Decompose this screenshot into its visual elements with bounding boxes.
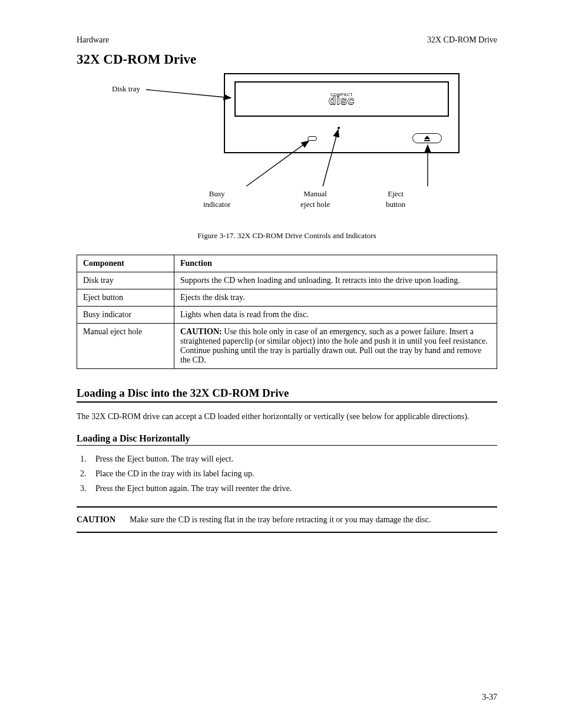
caution-prefix: CAUTION: (180, 327, 222, 336)
table-row: Disk tray Supports the CD when loading a… (77, 272, 497, 289)
components-table: Component Function Disk tray Supports th… (77, 255, 497, 369)
eject-icon (424, 136, 431, 141)
manual-eject-hole (338, 127, 340, 129)
disk-tray: COMPACT disc (234, 81, 449, 117)
caution-block: CAUTION Make sure the CD is resting flat… (77, 506, 497, 533)
cell-component: Manual eject hole (77, 324, 174, 369)
table-row: Busy indicator Lights when data is read … (77, 307, 497, 324)
col-component: Component (77, 255, 174, 272)
page-number: 3-37 (482, 693, 497, 702)
caution-label: CAUTION (77, 513, 130, 526)
loading-intro: The 32X CD-ROM drive can accept a CD loa… (77, 411, 497, 423)
loading-steps: 1.Press the Eject button. The tray will … (80, 453, 497, 495)
cell-function: Lights when data is read from the disc. (174, 307, 497, 324)
section-title: 32X CD-ROM Drive (77, 52, 497, 67)
list-item: 1.Press the Eject button. The tray will … (80, 453, 497, 466)
table-row: Manual eject hole CAUTION: Use this hole… (77, 324, 497, 369)
svg-rect-1 (424, 140, 430, 141)
callout-eject-button: Ejectbutton (386, 189, 405, 209)
cell-component: Busy indicator (77, 307, 174, 324)
cell-function: Ejects the disk tray. (174, 289, 497, 307)
drive-bezel: COMPACT disc (224, 73, 459, 153)
caution-text: Use this hole only in case of an emergen… (180, 327, 488, 364)
figure-caption: Figure 3-17. 32X CD-ROM Drive Controls a… (77, 231, 497, 241)
cell-function: CAUTION: Use this hole only in case of a… (174, 324, 497, 369)
svg-line-3 (146, 90, 231, 98)
callout-disk-tray: Disk tray (112, 84, 140, 94)
busy-indicator-led (308, 136, 317, 141)
col-function: Function (174, 255, 497, 272)
table-row: Eject button Ejects the disk tray. (77, 289, 497, 307)
cell-component: Disk tray (77, 272, 174, 289)
compact-disc-logo: COMPACT disc (329, 93, 355, 106)
callout-manual-eject-hole: Manualeject hole (300, 189, 330, 209)
cell-function: Supports the CD when loading and unloadi… (174, 272, 497, 289)
header-left: Hardware (77, 35, 109, 45)
table-header-row: Component Function (77, 255, 497, 272)
figure-diagram: COMPACT disc D (77, 73, 497, 226)
header-right: 32X CD-ROM Drive (427, 35, 497, 45)
loading-horizontal-title: Loading a Disc Horizontally (77, 433, 497, 446)
list-item: 2.Place the CD in the tray with its labe… (80, 467, 497, 480)
callout-busy-indicator: Busyindicator (203, 189, 230, 209)
svg-marker-0 (424, 136, 430, 139)
cell-component: Eject button (77, 289, 174, 307)
loading-section-title: Loading a Disc into the 32X CD-ROM Drive (77, 387, 497, 403)
caution-body: Make sure the CD is resting flat in the … (130, 513, 431, 526)
list-item: 3.Press the Eject button again. The tray… (80, 482, 497, 495)
eject-button (412, 133, 442, 143)
